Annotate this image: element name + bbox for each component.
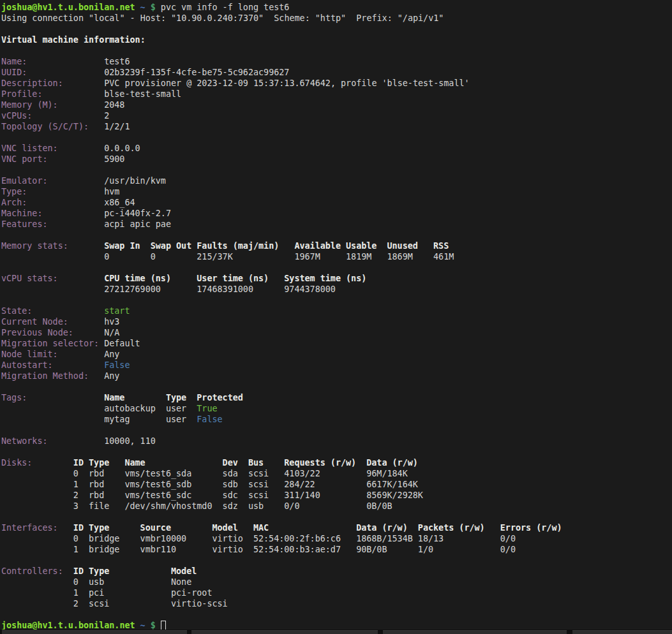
table-cell: virtio-scsi xyxy=(171,598,228,609)
bottom-window-edge-strip xyxy=(0,630,672,634)
table-header: Dev xyxy=(223,457,238,468)
terminal-line: Tags:NameTypeProtected xyxy=(1,392,672,403)
table-cell: True xyxy=(197,403,217,414)
table-cell: scsi xyxy=(248,490,269,501)
table-cell: user xyxy=(166,403,186,414)
table-cell: 6617K/164K xyxy=(366,479,418,490)
table-header: Type xyxy=(166,392,186,403)
prompt-path: ~ xyxy=(140,2,146,13)
terminal-line xyxy=(1,425,672,436)
table-header: Errors (r/w) xyxy=(500,522,562,533)
terminal-line xyxy=(1,446,672,457)
terminal-line: State:start xyxy=(1,306,672,316)
table-cell: 52:54:00:b3:ae:d7 xyxy=(253,544,341,555)
field-label: Arch: xyxy=(1,197,27,208)
terminal-line: UUID:02b3239f-135f-4cfe-be75-5c962ac9962… xyxy=(1,67,672,78)
table-cell: scsi xyxy=(248,468,269,479)
table-cell: rbd xyxy=(89,490,104,501)
field-label: Current Node: xyxy=(1,316,68,327)
terminal-line: Autostart:False xyxy=(1,360,672,371)
terminal-line: Type:hvm xyxy=(1,186,672,197)
terminal-line: mytaguserFalse xyxy=(1,414,672,425)
window-edge-segment xyxy=(572,630,672,634)
table-header: CPU time (ns) xyxy=(104,273,171,284)
table-cell: sda xyxy=(223,468,238,479)
field-value: 0.0.0.0 xyxy=(104,143,140,154)
table-header: ID xyxy=(73,457,84,468)
field-label: Node limit: xyxy=(1,349,58,360)
table-cell: sdz xyxy=(223,501,238,512)
section-label: Disks: xyxy=(1,457,32,468)
field-value: acpi apic pae xyxy=(104,219,171,230)
table-cell: pci-root xyxy=(171,587,213,598)
field-value: /usr/bin/kvm xyxy=(104,175,166,186)
field-value: 5900 xyxy=(104,154,124,165)
prompt-symbol: $ xyxy=(151,2,156,13)
window-edge-segment xyxy=(383,630,567,634)
table-cell: vmbr10000 xyxy=(140,533,187,544)
prompt-user-host: joshua@hv1.t.u.bonilan.net xyxy=(1,2,135,13)
terminal-line: Arch:x86_64 xyxy=(1,197,672,208)
field-value: hvm xyxy=(104,186,119,197)
table-cell: 461M xyxy=(433,251,454,262)
window-edge-segment xyxy=(191,630,378,634)
terminal-line: Migration selector:Default xyxy=(1,338,672,349)
table-cell: vms/test6_sda xyxy=(124,468,191,479)
table-cell: 311/140 xyxy=(284,490,320,501)
table-cell: vms/test6_sdc xyxy=(124,490,191,501)
table-header: Name xyxy=(124,457,145,468)
field-label: VNC listen: xyxy=(1,143,58,154)
field-label: UUID: xyxy=(1,67,27,78)
field-value: 02b3239f-135f-4cfe-be75-5c962ac99627 xyxy=(104,67,289,78)
field-label: Description: xyxy=(1,78,63,89)
table-cell: 0 xyxy=(73,533,78,544)
table-header: Name xyxy=(104,392,124,403)
field-value: x86_64 xyxy=(104,197,135,208)
terminal-line: VNC listen:0.0.0.0 xyxy=(1,143,672,154)
table-cell: False xyxy=(197,414,222,425)
terminal-line: Name:test6 xyxy=(1,56,672,67)
table-cell: virtio xyxy=(212,544,243,555)
terminal-line: 27212769000174683910009744378000 xyxy=(1,284,672,295)
table-header: Requests (r/w) xyxy=(284,457,356,468)
terminal-line: Interfaces:IDTypeSourceModelMACData (r/w… xyxy=(1,522,672,533)
table-cell: 0/0 xyxy=(500,533,516,544)
terminal-line xyxy=(1,24,672,34)
terminal-line: vCPU stats:CPU time (ns)User time (ns)Sy… xyxy=(1,273,672,284)
terminal-line: 0usbNone xyxy=(1,577,672,587)
table-cell: 17468391000 xyxy=(197,284,253,295)
table-header: ID xyxy=(73,522,84,533)
field-value: PVC provisioner @ 2023-12-09 15:37:13.67… xyxy=(104,78,469,89)
terminal-line: 3file/dev/shm/vhostmd0sdzusb0/00B/0B xyxy=(1,501,672,512)
section-label: Controllers: xyxy=(1,566,63,577)
table-cell: user xyxy=(166,414,186,425)
terminal-screen[interactable]: joshua@hv1.t.u.bonilan.net~$pvc vm info … xyxy=(0,0,672,630)
terminal-line: Node limit:Any xyxy=(1,349,672,360)
table-cell: 1868B/1534B xyxy=(356,533,413,544)
field-value: N/A xyxy=(104,327,119,338)
table-cell: 2 xyxy=(73,490,78,501)
table-cell: autobackup xyxy=(104,403,156,414)
terminal-line: Memory (M):2048 xyxy=(1,100,672,110)
terminal-line: Emulator:/usr/bin/kvm xyxy=(1,175,672,186)
table-header: RSS xyxy=(433,240,449,251)
section-label: Interfaces: xyxy=(1,522,58,533)
table-header: System time (ns) xyxy=(284,273,366,284)
terminal-line: Topology (S/C/T):1/2/1 xyxy=(1,121,672,132)
field-value: test6 xyxy=(104,56,130,67)
table-header: Available xyxy=(294,240,341,251)
table-cell: mytag xyxy=(104,414,130,425)
field-label: Features: xyxy=(1,219,48,230)
window-edge-segment xyxy=(2,630,187,634)
field-label: Networks: xyxy=(1,436,48,446)
terminal-line: Current Node:hv3 xyxy=(1,316,672,327)
table-cell: usb xyxy=(89,577,104,587)
table-cell: 2 xyxy=(73,598,78,609)
table-cell: /dev/shm/vhostmd0 xyxy=(124,501,212,512)
field-label: Migration Method: xyxy=(1,371,89,381)
table-cell: 96M/184K xyxy=(366,468,408,479)
table-cell: 9744378000 xyxy=(284,284,336,295)
terminal-line xyxy=(1,132,672,143)
table-header: Unused xyxy=(387,240,418,251)
table-header: Swap Out xyxy=(151,240,192,251)
